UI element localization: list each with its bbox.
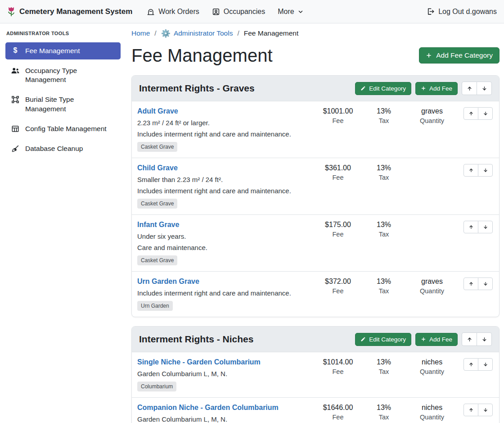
fee-label: Fee <box>315 174 360 181</box>
fee-name-link[interactable]: Single Niche - Garden Columbarium <box>137 358 261 366</box>
fee-reorder-group <box>457 107 493 120</box>
main-content: Home / ⚙️ Administrator Tools / Fee Mana… <box>126 23 504 423</box>
fee-name-link[interactable]: Urn Garden Grave <box>137 277 199 286</box>
top-navbar: Cemetery Management System Work Orders O… <box>0 0 504 23</box>
fee-amount: $372.00 <box>315 277 360 286</box>
breadcrumb-admin-tools-link[interactable]: ⚙️ Administrator Tools <box>161 29 233 37</box>
move-fee-down-button[interactable] <box>478 277 493 290</box>
sidebar-item-database-cleanup[interactable]: Database Cleanup <box>5 140 121 157</box>
fee-info: Adult Grave 2.23 m² / 24 ft² or larger. … <box>137 107 315 152</box>
quantity-cell: niches Quantity <box>407 404 457 421</box>
sidebar-item-label: Occupancy Type Management <box>25 66 115 84</box>
breadcrumb-current: Fee Management <box>244 29 299 37</box>
fee-name-link[interactable]: Child Grave <box>137 164 178 172</box>
chevron-down-icon <box>298 9 303 14</box>
sidebar-item-burial-site-type-management[interactable]: Burial Site Type Management <box>5 91 121 117</box>
add-fee-label: Add Fee <box>429 336 452 343</box>
sidebar-item-fee-management[interactable]: $ Fee Management <box>5 42 121 59</box>
move-fee-up-button[interactable] <box>464 358 478 371</box>
fee-type-badge: Columbarium <box>137 382 176 391</box>
category-header: Interment Rights - Graves Edit Category … <box>132 76 499 101</box>
fee-name-link[interactable]: Infant Grave <box>137 221 179 229</box>
breadcrumb-home-link[interactable]: Home <box>131 29 150 37</box>
fee-reorder-group <box>457 164 493 177</box>
fee-row-single-niche: Single Niche - Garden Columbarium Garden… <box>132 352 499 398</box>
fee-info: Companion Niche - Garden Columbarium Gar… <box>137 404 315 423</box>
fee-type-badge: Casket Grave <box>137 255 177 265</box>
move-fee-down-button[interactable] <box>478 404 493 416</box>
tax-cell: 13% Tax <box>360 277 407 295</box>
move-fee-up-button[interactable] <box>464 107 478 120</box>
fee-row-companion-niche: Companion Niche - Garden Columbarium Gar… <box>132 398 499 423</box>
tax-label: Tax <box>360 414 407 421</box>
move-fee-down-button[interactable] <box>478 164 493 177</box>
logout-button[interactable]: Log Out d.gowans <box>426 7 497 16</box>
fee-row-infant-grave: Infant Grave Under six years. Care and m… <box>132 215 499 272</box>
move-category-down-button[interactable] <box>477 332 492 346</box>
breadcrumb-admin-tools-label: Administrator Tools <box>174 29 233 37</box>
move-fee-up-button[interactable] <box>464 164 478 177</box>
tax-label: Tax <box>360 287 407 295</box>
edit-category-label: Edit Category <box>369 336 406 343</box>
breadcrumb-separator: / <box>154 29 156 37</box>
move-category-down-button[interactable] <box>477 82 492 95</box>
fee-info: Single Niche - Garden Columbarium Garden… <box>137 358 315 391</box>
move-category-up-button[interactable] <box>462 332 477 346</box>
fee-amount-cell: $372.00 Fee <box>315 277 360 295</box>
fee-row-adult-grave: Adult Grave 2.23 m² / 24 ft² or larger. … <box>132 101 499 158</box>
tax-value: 13% <box>360 107 407 115</box>
category-actions: Edit Category Add Fee <box>355 332 492 346</box>
tax-value: 13% <box>360 277 407 286</box>
move-fee-down-button[interactable] <box>478 107 493 120</box>
edit-category-button[interactable]: Edit Category <box>355 333 411 346</box>
fee-amount-cell: $1646.00 Fee <box>315 404 360 421</box>
sidebar-item-label: Config Table Management <box>25 124 107 133</box>
app-brand[interactable]: Cemetery Management System <box>7 6 132 17</box>
sidebar-heading: ADMINISTRATOR TOOLS <box>6 31 120 36</box>
sidebar-item-label: Burial Site Type Management <box>25 95 115 113</box>
people-icon <box>11 67 20 74</box>
move-category-up-button[interactable] <box>462 82 477 95</box>
add-fee-button[interactable]: Add Fee <box>415 333 458 346</box>
tax-cell: 13% Tax <box>360 404 407 421</box>
nav-occupancies[interactable]: Occupancies <box>212 8 266 16</box>
fee-label: Fee <box>315 117 360 124</box>
move-fee-up-button[interactable] <box>464 277 478 290</box>
nav-occupancies-label: Occupancies <box>224 8 266 16</box>
fee-name-link[interactable]: Adult Grave <box>137 107 178 115</box>
nav-work-orders[interactable]: Work Orders <box>147 8 199 16</box>
fee-description: Smaller than 2.23 m² / 24 ft². <box>137 176 315 183</box>
fee-reorder-group <box>457 404 493 416</box>
sidebar-item-occupancy-type-management[interactable]: Occupancy Type Management <box>5 62 121 88</box>
category-reorder-group <box>462 332 492 346</box>
sidebar-item-config-table-management[interactable]: Config Table Management <box>5 120 121 137</box>
pencil-icon <box>360 86 366 91</box>
occupancies-icon <box>212 8 220 16</box>
tax-label: Tax <box>360 231 407 238</box>
table-icon <box>11 125 20 133</box>
quantity-label: Quantity <box>407 414 457 421</box>
move-fee-down-button[interactable] <box>478 221 493 233</box>
page-title: Fee Management <box>131 45 273 66</box>
move-fee-up-button[interactable] <box>464 404 478 416</box>
tax-value: 13% <box>360 358 407 366</box>
quantity-unit: niches <box>407 358 457 366</box>
tax-cell: 13% Tax <box>360 221 407 238</box>
category-reorder-group <box>462 82 492 95</box>
fee-description: Under six years. <box>137 232 315 240</box>
add-fee-button[interactable]: Add Fee <box>415 82 458 95</box>
edit-category-button[interactable]: Edit Category <box>355 82 411 95</box>
fee-description: Includes interment right and care and ma… <box>137 130 315 138</box>
work-orders-icon <box>147 8 155 16</box>
fee-description: Includes interment right and care and ma… <box>137 187 315 195</box>
quantity-cell: graves Quantity <box>407 277 457 295</box>
fee-name-link[interactable]: Companion Niche - Garden Columbarium <box>137 404 279 412</box>
vector-square-icon <box>11 96 20 104</box>
fee-label: Fee <box>315 368 360 375</box>
move-fee-down-button[interactable] <box>478 358 493 371</box>
nav-more[interactable]: More <box>278 8 303 16</box>
add-fee-category-button[interactable]: Add Fee Category <box>419 47 500 64</box>
tax-value: 13% <box>360 164 407 172</box>
fee-amount: $361.00 <box>315 164 360 172</box>
move-fee-up-button[interactable] <box>464 221 478 233</box>
